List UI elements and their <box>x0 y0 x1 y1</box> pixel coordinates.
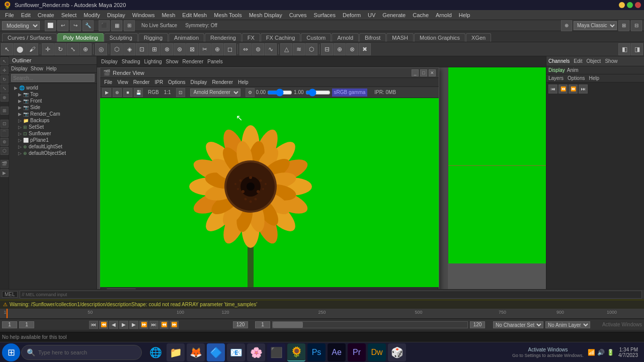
prev-key-btn[interactable]: ⏪ <box>99 321 108 329</box>
toolbar-btn-5[interactable]: ⬛ <box>99 20 110 31</box>
rv-maximize-btn[interactable]: □ <box>420 69 427 76</box>
reduce-btn[interactable]: △ <box>280 43 292 55</box>
taskbar-app-maya[interactable]: 🌻 <box>287 343 305 361</box>
taskbar-app-explorer[interactable]: 📁 <box>167 343 185 361</box>
tab-arnold[interactable]: Arnold <box>332 33 359 42</box>
menu-generate[interactable]: Generate <box>379 12 409 19</box>
weld-btn[interactable]: ⊚ <box>252 43 264 55</box>
tab-poly-modeling[interactable]: Poly Modeling <box>57 33 103 42</box>
rv-menu-options[interactable]: Options <box>166 79 187 85</box>
menu-display[interactable]: Display <box>104 12 128 19</box>
menu-windows[interactable]: Windows <box>129 12 158 19</box>
menu-edit[interactable]: Edit <box>18 12 34 19</box>
universal-btn[interactable]: ⊕ <box>79 43 92 55</box>
next-key-btn[interactable]: ⏩ <box>139 321 148 329</box>
render-current-btn[interactable]: 🎬 <box>1 160 9 168</box>
play-forward-btn[interactable]: ⏩ <box>170 321 179 329</box>
retopo-btn[interactable]: ⬡ <box>305 43 317 55</box>
menu-curves[interactable]: Curves <box>286 12 310 19</box>
vp-menu-show[interactable]: Show <box>166 59 179 64</box>
snap-surface-btn[interactable]: ⬡ <box>1 147 9 155</box>
taskbar-app-cortana[interactable]: 🌐 <box>146 343 165 361</box>
menu-arnold[interactable]: Arnold <box>433 12 455 19</box>
fill-btn[interactable]: ◻ <box>224 43 236 55</box>
tab-motion-graphics[interactable]: Motion Graphics <box>414 33 465 42</box>
menu-mesh[interactable]: Mesh <box>158 12 178 19</box>
scale-tool-btn[interactable]: ⤡ <box>1 84 9 93</box>
menu-cache[interactable]: Cache <box>410 12 432 19</box>
extra2-btn[interactable]: ⊕ <box>334 43 346 55</box>
tree-item-side[interactable]: ▶ 📷 Side <box>9 104 97 111</box>
rp-show-tab[interactable]: Show <box>605 58 617 64</box>
vp-menu-shading[interactable]: Shading <box>122 59 140 64</box>
last-tool-btn[interactable]: ⊕ <box>1 94 9 102</box>
toolbar-btn-2[interactable]: ↩ <box>57 20 68 31</box>
select-mode-btn[interactable]: ↖ <box>1 57 9 65</box>
skip-forward-end-btn[interactable]: ⏭ <box>149 321 158 329</box>
rotate-tool-btn[interactable]: ↻ <box>1 75 9 83</box>
rv-minimize-btn[interactable]: _ <box>412 69 419 76</box>
rv-menu-ipr[interactable]: IPR <box>152 79 165 85</box>
tree-item-default-light-set[interactable]: ▷ ⊕ defaultLightSet <box>9 143 97 150</box>
menu-mesh-tools[interactable]: Mesh Tools <box>211 12 245 19</box>
timeline-ruler[interactable]: 1 50 100 120 250 500 750 900 1000 <box>0 309 644 319</box>
snap-grid-btn[interactable]: ⊡ <box>1 120 9 128</box>
bevel-btn[interactable]: ◈ <box>123 43 135 55</box>
rv-stop-btn[interactable]: ■ <box>123 88 132 97</box>
select-tool-btn[interactable]: ↖ <box>1 43 13 55</box>
snap-point-btn[interactable]: ⊚ <box>1 138 9 146</box>
taskbar-app-extra[interactable]: 🎲 <box>388 343 406 361</box>
tab-xgen[interactable]: XGen <box>466 33 491 42</box>
display-mode-1[interactable]: ◧ <box>618 43 630 55</box>
split-btn[interactable]: ✂ <box>199 43 211 55</box>
anim-layer-dropdown[interactable]: No Anim Layer <box>545 321 590 328</box>
toolbar-btn-7[interactable]: ⊞ <box>124 20 135 31</box>
tree-item-render-cam[interactable]: ▶ 📷 Render_Cam <box>9 111 97 117</box>
merge-btn[interactable]: ⊞ <box>148 43 160 55</box>
mel-input[interactable]: // MEL command input <box>20 291 642 299</box>
rv-menu-view[interactable]: View <box>115 79 130 85</box>
network-tray-icon[interactable]: 📶 <box>588 349 595 356</box>
taskbar-app-mail[interactable]: 📧 <box>227 343 245 361</box>
bridge-btn[interactable]: ⊡ <box>136 43 148 55</box>
rp-help-btn[interactable]: Help <box>589 75 599 81</box>
start-frame-input[interactable] <box>19 321 34 328</box>
outliner-menu-show[interactable]: Show <box>31 66 43 71</box>
rv-renderer-dropdown[interactable]: Arnold Renderer <box>190 88 240 97</box>
workspace-btn-1[interactable]: ⊕ <box>561 20 572 31</box>
tab-fx-caching[interactable]: FX Caching <box>261 33 300 42</box>
rv-canvas[interactable]: ↖ <box>100 98 439 287</box>
snap-curve-btn[interactable]: ⌒ <box>1 129 9 137</box>
extrude-btn[interactable]: ⬡ <box>111 43 123 55</box>
menu-help[interactable]: Help <box>456 12 473 19</box>
menu-uv[interactable]: UV <box>365 12 378 19</box>
outliner-menu-display[interactable]: Display <box>11 66 28 71</box>
viewport-canvas[interactable]: 🎬 Render View _ □ ✕ File View Rend <box>97 67 546 289</box>
rp-options-btn[interactable]: Options <box>568 75 585 81</box>
rv-gamma-slider[interactable] <box>305 89 331 96</box>
tab-custom[interactable]: Custom <box>301 33 331 42</box>
menu-deform[interactable]: Deform <box>340 12 364 19</box>
tree-item-pplane1[interactable]: ▷ ⬜ pPlane1 <box>9 137 97 143</box>
extra4-btn[interactable]: ✖ <box>359 43 371 55</box>
taskbar-app-chrome[interactable]: 🔷 <box>207 343 225 361</box>
rv-render-btn[interactable]: ▶ <box>102 88 111 97</box>
rp-next-frame-btn[interactable]: ⏭ <box>579 84 588 94</box>
relax-btn[interactable]: ∿ <box>265 43 277 55</box>
toolbar-btn-4[interactable]: 🔧 <box>83 20 94 31</box>
extra1-btn[interactable]: ⊟ <box>321 43 333 55</box>
menu-create[interactable]: Create <box>35 12 57 19</box>
rp-object-tab[interactable]: Object <box>587 58 601 64</box>
taskbar-app-ae[interactable]: Ae <box>328 343 346 361</box>
rv-ipr-btn[interactable]: ⊕ <box>113 88 122 97</box>
step-back-btn[interactable]: ◀ <box>109 321 118 329</box>
timeline-scrollbar[interactable] <box>272 321 468 328</box>
lasso-select-btn[interactable]: ⬤ <box>14 43 26 55</box>
move-tool-btn[interactable]: ✛ <box>1 66 9 74</box>
tab-animation[interactable]: Animation <box>169 33 204 42</box>
tree-item-world[interactable]: ▶ 🌐 world <box>9 84 97 91</box>
subdivide-btn[interactable]: ⊛ <box>174 43 186 55</box>
volume-tray-icon[interactable]: 🔊 <box>597 349 605 356</box>
menu-select[interactable]: Select <box>58 12 80 19</box>
paint-select-btn[interactable]: 🖌 <box>26 43 38 55</box>
